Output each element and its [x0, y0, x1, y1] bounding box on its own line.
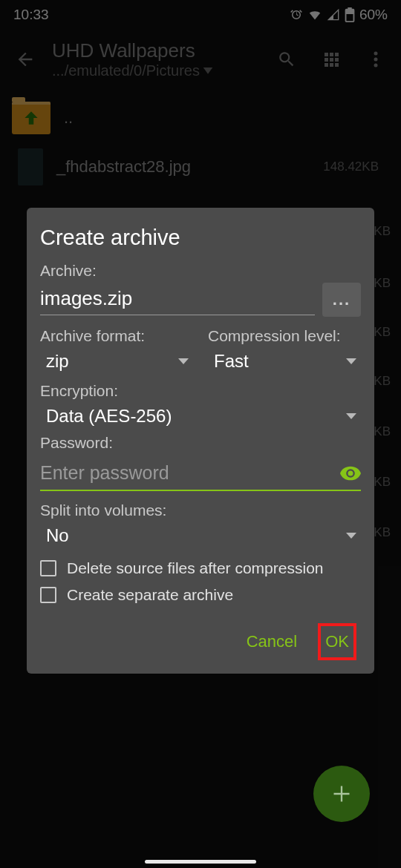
encryption-label: Encryption:	[40, 382, 361, 400]
plus-icon	[331, 783, 352, 804]
cancel-button[interactable]: Cancel	[247, 632, 297, 651]
split-label: Split into volumes:	[40, 502, 361, 519]
chevron-down-icon	[346, 358, 356, 364]
visibility-icon[interactable]	[340, 466, 361, 481]
archive-name-input[interactable]	[40, 284, 315, 315]
chevron-down-icon	[178, 358, 189, 364]
ok-button[interactable]: OK	[325, 632, 349, 651]
dialog-title: Create archive	[40, 226, 361, 250]
checkbox-label: Create separate archive	[67, 586, 233, 604]
password-label: Password:	[40, 434, 361, 452]
chevron-down-icon	[346, 533, 356, 539]
chevron-down-icon	[346, 413, 356, 419]
compression-label: Compression level:	[208, 327, 361, 345]
compression-select[interactable]: Fast	[208, 348, 361, 376]
add-fab[interactable]	[313, 766, 370, 822]
create-archive-dialog: Create archive Archive: ... Archive form…	[27, 208, 374, 674]
checkbox-unchecked-icon	[40, 560, 56, 576]
more-horiz-icon: ...	[333, 290, 351, 309]
password-input[interactable]	[40, 456, 340, 490]
browse-button[interactable]: ...	[322, 283, 361, 317]
home-indicator[interactable]	[145, 860, 256, 864]
archive-label: Archive:	[40, 262, 361, 280]
encryption-select[interactable]: Data (AES-256)	[40, 403, 361, 431]
split-select[interactable]: No	[40, 522, 361, 550]
delete-source-checkbox-row[interactable]: Delete source files after compression	[40, 559, 361, 577]
format-label: Archive format:	[40, 327, 193, 345]
separate-archive-checkbox-row[interactable]: Create separate archive	[40, 586, 361, 604]
checkbox-unchecked-icon	[40, 587, 56, 603]
format-select[interactable]: zip	[40, 348, 193, 376]
ok-highlight-box: OK	[318, 623, 356, 660]
checkbox-label: Delete source files after compression	[67, 559, 324, 577]
